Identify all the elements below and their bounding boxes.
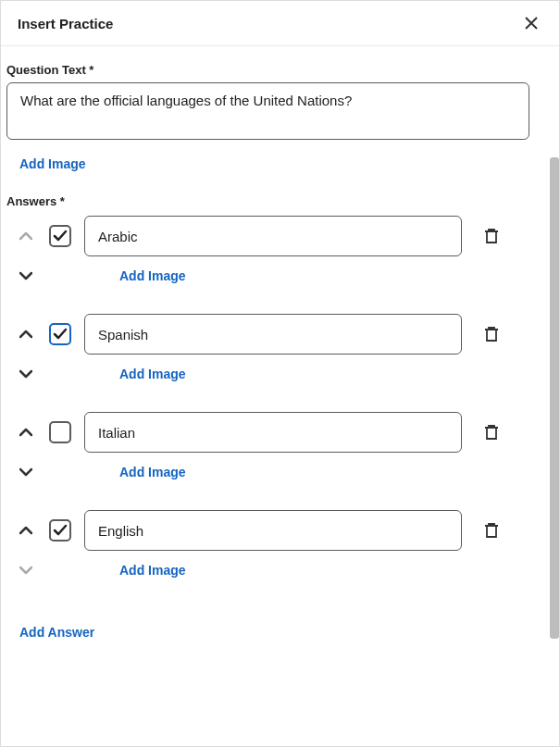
add-image-question-link[interactable]: Add Image [19, 156, 86, 171]
answer-text-input[interactable] [84, 216, 462, 256]
delete-answer-button[interactable] [480, 322, 503, 346]
question-text-label: Question Text * [6, 63, 542, 77]
chevron-down-icon [19, 271, 32, 280]
scrollbar[interactable] [550, 157, 559, 639]
add-image-answer-link[interactable]: Add Image [119, 563, 186, 578]
modal-header: Insert Practice [1, 1, 559, 46]
chevron-up-icon [19, 526, 32, 535]
answer-sub-row: Add Image [16, 562, 542, 579]
modal-title: Insert Practice [18, 16, 113, 31]
answer-checkbox[interactable] [49, 225, 71, 247]
move-up-button[interactable] [16, 228, 36, 244]
check-icon [53, 523, 68, 538]
close-icon [524, 16, 539, 31]
add-image-answer-link[interactable]: Add Image [119, 465, 186, 479]
trash-icon [484, 326, 499, 342]
move-down-button[interactable] [16, 366, 36, 382]
answer-text-input[interactable] [84, 314, 462, 355]
answer-sub-row: Add Image [16, 268, 542, 284]
answer-row [16, 314, 542, 355]
answers-label: Answers * [6, 194, 542, 208]
answer-checkbox[interactable] [49, 519, 71, 542]
answer-sub-row: Add Image [16, 464, 542, 480]
answer-checkbox[interactable] [49, 421, 71, 443]
answer-row [16, 412, 542, 453]
question-text-input[interactable] [6, 82, 529, 140]
move-down-button[interactable] [16, 464, 36, 480]
answer-text-input[interactable] [84, 510, 462, 551]
check-icon [53, 327, 68, 342]
chevron-up-icon [19, 330, 32, 339]
answer-row [16, 216, 542, 256]
move-up-button[interactable] [16, 326, 36, 342]
chevron-down-icon [19, 369, 32, 379]
answers-section: Answers * [6, 194, 542, 641]
add-answer-link[interactable]: Add Answer [19, 625, 94, 640]
answer-checkbox[interactable] [49, 323, 71, 345]
check-icon [53, 229, 68, 243]
modal-body: Question Text * Add Image Answers * [1, 46, 559, 746]
move-down-button[interactable] [16, 562, 36, 579]
insert-practice-modal: Insert Practice Question Text * Add Imag… [0, 0, 560, 747]
move-up-button[interactable] [16, 522, 36, 539]
answer-sub-row: Add Image [16, 366, 542, 382]
delete-answer-button[interactable] [480, 518, 503, 542]
chevron-up-icon [19, 428, 32, 437]
chevron-up-icon [19, 231, 32, 241]
add-image-answer-link[interactable]: Add Image [119, 268, 186, 283]
delete-answer-button[interactable] [480, 224, 503, 248]
move-up-button[interactable] [16, 424, 36, 441]
answer-text-input[interactable] [84, 412, 462, 453]
trash-icon [484, 228, 499, 244]
close-button[interactable] [520, 12, 542, 34]
answer-row [16, 510, 542, 551]
delete-answer-button[interactable] [480, 420, 503, 444]
add-image-answer-link[interactable]: Add Image [119, 367, 186, 381]
chevron-down-icon [19, 566, 32, 575]
chevron-down-icon [19, 467, 32, 477]
trash-icon [484, 522, 499, 539]
trash-icon [484, 424, 499, 441]
move-down-button[interactable] [16, 268, 36, 284]
